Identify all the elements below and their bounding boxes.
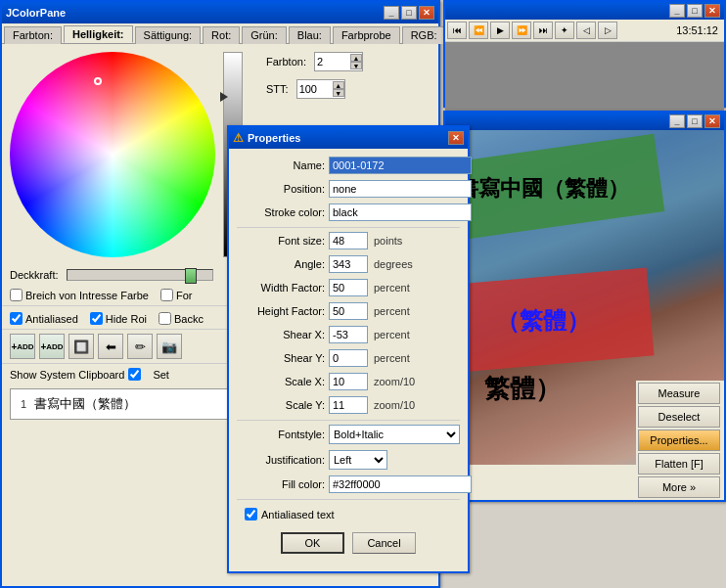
antialiased-checkbox[interactable] <box>10 312 23 325</box>
prop-fontsize-label: Font size: <box>237 235 325 247</box>
tool-btn-3[interactable]: 🔲 <box>68 334 94 359</box>
cn-text-red: （繁體） <box>496 305 590 337</box>
time-display: 13:51:12 <box>676 24 722 36</box>
widthfactor-unit: percent <box>374 282 410 294</box>
show-clipboard-checkbox[interactable] <box>128 368 141 381</box>
farbton-input[interactable] <box>315 53 350 70</box>
prop-scalex-input[interactable] <box>329 373 368 390</box>
img-btn-6[interactable]: ✦ <box>555 22 574 39</box>
prop-justification-select[interactable]: Left Center Right <box>329 450 387 470</box>
heightfactor-unit: percent <box>374 305 410 317</box>
properties-title: Properties <box>248 132 300 144</box>
stt-spinner[interactable]: ▲ ▼ <box>333 81 344 97</box>
prop-heightfactor-row: Height Factor: percent <box>237 302 460 320</box>
prop-antialiased-label: Antialiased text <box>261 509 335 520</box>
img-btn-r1[interactable]: ◁ <box>576 22 596 39</box>
properties-controls: ✕ <box>448 131 464 145</box>
cancel-button[interactable]: Cancel <box>352 532 416 554</box>
prop-shearx-row: Shear X: percent <box>237 326 460 343</box>
prop-position-input[interactable] <box>329 180 472 198</box>
photowin-maximize[interactable]: □ <box>687 114 703 128</box>
scaley-unit: zoom/10 <box>374 399 415 411</box>
tab-rot[interactable]: Rot: <box>203 26 240 44</box>
scalex-unit: zoom/10 <box>374 376 415 387</box>
tab-helligkeit[interactable]: Helligkeit: <box>64 25 133 43</box>
properties-close[interactable]: ✕ <box>448 131 464 145</box>
img-btn-4[interactable]: ⏩ <box>512 22 531 39</box>
prop-stroke-input[interactable] <box>329 204 472 221</box>
back-checkbox[interactable] <box>159 312 171 325</box>
ok-button[interactable]: OK <box>281 532 344 554</box>
farbton-spinner[interactable]: ▲ ▼ <box>350 54 362 69</box>
imgwin-close[interactable]: ✕ <box>704 4 720 18</box>
farbton-up[interactable]: ▲ <box>350 54 362 62</box>
img-btn-3[interactable]: ▶ <box>490 22 510 39</box>
tool-btn-4[interactable]: ⬅ <box>98 334 123 359</box>
prop-fontsize-input[interactable] <box>329 232 368 249</box>
wheel-indicator <box>94 77 102 85</box>
prop-widthfactor-input[interactable] <box>329 279 368 296</box>
tool-btn-6[interactable]: 📷 <box>157 334 182 359</box>
hide-roi-checkbox[interactable] <box>90 312 103 325</box>
imgwin-minimize[interactable]: _ <box>669 4 685 18</box>
prop-shearx-label: Shear X: <box>237 329 325 340</box>
props-buttons: OK Cancel <box>237 532 460 554</box>
add-button-2[interactable]: +ADD <box>39 334 65 359</box>
opacity-slider[interactable] <box>67 269 213 281</box>
tab-rgb[interactable]: RGB: <box>402 26 446 44</box>
maximize-button[interactable]: □ <box>401 6 417 20</box>
prop-scaley-label: Scale Y: <box>237 399 325 411</box>
farbton-down[interactable]: ▼ <box>350 62 362 69</box>
prop-angle-input[interactable] <box>329 255 368 273</box>
prop-widthfactor-row: Width Factor: percent <box>237 279 460 296</box>
photowin-close[interactable]: ✕ <box>704 114 720 128</box>
prop-name-input[interactable] <box>329 157 472 174</box>
tool-btn-5[interactable]: ✏ <box>127 334 153 359</box>
prop-sheary-input[interactable] <box>329 349 368 367</box>
prop-antialiased-checkbox[interactable] <box>245 508 257 520</box>
prop-fillcolor-row: Fill color: <box>237 475 460 493</box>
properties-button[interactable]: Properties... <box>638 430 720 451</box>
photowin-minimize[interactable]: _ <box>669 114 685 128</box>
more-button[interactable]: More » <box>638 476 720 498</box>
deckkraft-label: Deckkraft: <box>10 269 59 281</box>
img-btn-1[interactable]: ⏮ <box>447 22 467 39</box>
stt-up[interactable]: ▲ <box>333 81 344 89</box>
stt-down[interactable]: ▼ <box>333 89 344 97</box>
properties-titlebar: ⚠ Properties ✕ <box>229 127 468 149</box>
prop-justification-label: Justification: <box>237 454 325 466</box>
add-button-1[interactable]: +ADD <box>10 334 35 359</box>
stt-input[interactable] <box>297 80 333 98</box>
close-button[interactable]: ✕ <box>419 6 434 20</box>
side-buttons: Measure Deselect Properties... Flatten [… <box>636 381 724 500</box>
tab-farbton[interactable]: Farbton: <box>4 26 62 44</box>
img-btn-5[interactable]: ⏭ <box>533 22 553 39</box>
flatten-button[interactable]: Flatten [F] <box>638 453 720 475</box>
breich-label: Breich von Intresse Farbe <box>25 290 149 301</box>
tab-grun[interactable]: Grün: <box>242 26 287 44</box>
minimize-button[interactable]: _ <box>384 6 399 20</box>
opacity-thumb <box>185 268 197 284</box>
prop-stroke-label: Stroke color: <box>237 206 325 218</box>
tab-blau[interactable]: Blau: <box>289 26 331 44</box>
prop-fillcolor-input[interactable] <box>329 475 472 493</box>
tab-sattigung[interactable]: Sättigung: <box>135 26 202 44</box>
list-num: 1 <box>21 398 26 410</box>
color-wheel[interactable] <box>10 52 215 257</box>
imgwin-maximize[interactable]: □ <box>687 4 703 18</box>
show-clipboard-label: Show System Clipboard <box>10 369 124 381</box>
measure-button[interactable]: Measure <box>638 383 720 404</box>
for-checkbox[interactable] <box>160 289 173 301</box>
breich-checkbox[interactable] <box>10 289 23 301</box>
cn-text-green: 書寫中國（繁體） <box>457 174 629 204</box>
prop-position-row: Position: <box>237 180 460 198</box>
prop-heightfactor-input[interactable] <box>329 302 368 320</box>
img-btn-r2[interactable]: ▷ <box>598 22 617 39</box>
prop-fontstyle-select[interactable]: Bold+Italic Bold Italic Plain <box>329 425 460 444</box>
img-btn-2[interactable]: ⏪ <box>469 22 488 39</box>
tab-farbprobe[interactable]: Farbprobe <box>333 26 400 44</box>
deselect-button[interactable]: Deselect <box>638 406 720 428</box>
jcolorpane-title-text: JColorPane <box>6 7 66 19</box>
prop-shearx-input[interactable] <box>329 326 368 343</box>
prop-scaley-input[interactable] <box>329 396 368 414</box>
